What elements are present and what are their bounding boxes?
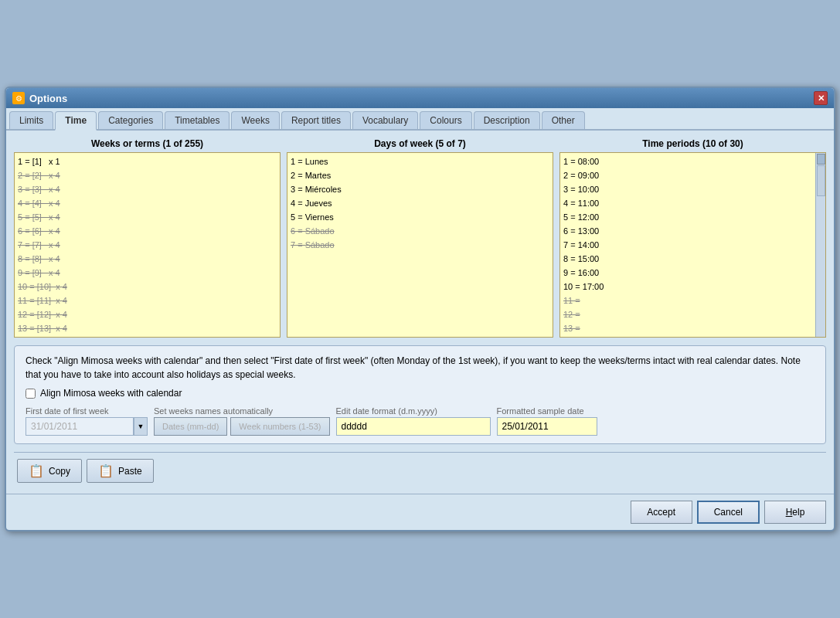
list-item: 6 = [6] x 4 [18, 224, 277, 238]
list-item: 13 = [13] x 4 [18, 321, 277, 335]
first-date-label: First date of first week [26, 406, 148, 416]
tab-limits[interactable]: Limits [9, 111, 53, 129]
tabs-bar: Limits Time Categories Timetables Weeks … [6, 108, 834, 131]
days-list[interactable]: 1 = Lunes 2 = Martes 3 = Miércoles 4 = J… [287, 152, 553, 338]
days-panel: Days of week (5 of 7) 1 = Lunes 2 = Mart… [287, 138, 553, 338]
sample-date-group: Formatted sample date [497, 406, 597, 436]
copy-paste-area: 📋 Copy 📋 Paste [17, 459, 823, 483]
sample-date-label: Formatted sample date [497, 406, 597, 416]
tab-description[interactable]: Description [474, 111, 540, 129]
weeks-panel: Weeks or terms (1 of 255) 1 = [1] x 1 2 … [14, 138, 281, 338]
list-item: 9 = 16:00 [563, 266, 814, 280]
cancel-button[interactable]: Cancel [697, 501, 760, 524]
list-item: 5 = [5] x 4 [18, 210, 277, 224]
weeks-list[interactable]: 1 = [1] x 1 2 = [2] x 4 3 = [3] x 4 4 = … [14, 152, 281, 338]
list-item: 4 = Jueves [291, 196, 549, 210]
list-item: 11 = [11] x 4 [18, 294, 277, 307]
list-item: 11 = [563, 294, 814, 307]
copy-button[interactable]: 📋 Copy [17, 459, 82, 483]
paste-button[interactable]: 📋 Paste [87, 459, 154, 483]
week-numbers-button[interactable]: Week numbers (1-53) [230, 417, 329, 436]
panels-row: Weeks or terms (1 of 255) 1 = [1] x 1 2 … [14, 138, 826, 338]
list-item: 13 = [563, 321, 814, 335]
list-item: 12 = [563, 307, 814, 321]
paste-label: Paste [118, 466, 142, 477]
close-button[interactable]: ✕ [814, 91, 828, 105]
edit-format-input[interactable] [336, 417, 491, 436]
app-icon: ⚙ [12, 92, 25, 104]
list-item: 1 = 08:00 [563, 154, 814, 168]
periods-panel: Time periods (10 of 30) 1 = 08:00 2 = 09… [559, 138, 826, 338]
tab-timetables[interactable]: Timetables [165, 111, 230, 129]
window-title: Options [29, 93, 67, 104]
list-item: 10 = [10] x 4 [18, 280, 277, 294]
help-label-rest: elp [792, 507, 804, 518]
edit-format-label: Edit date format (d.m.yyyy) [336, 406, 491, 416]
list-item: 12 = [12] x 4 [18, 307, 277, 321]
list-item: 3 = Miércoles [291, 182, 549, 196]
first-date-group: First date of first week ▼ [26, 406, 148, 436]
set-weeks-buttons: Dates (mm-dd) Week numbers (1-53) [154, 417, 330, 436]
first-date-input[interactable] [26, 417, 134, 436]
title-bar-left: ⚙ Options [12, 92, 67, 104]
dates-button[interactable]: Dates (mm-dd) [154, 417, 227, 436]
tab-time[interactable]: Time [55, 111, 97, 131]
periods-list[interactable]: 1 = 08:00 2 = 09:00 3 = 10:00 4 = 11:00 … [559, 152, 826, 338]
days-panel-title: Days of week (5 of 7) [287, 138, 553, 149]
list-item: 2 = [2] x 4 [18, 168, 277, 182]
list-item: 2 = 09:00 [563, 168, 814, 182]
paste-icon: 📋 [98, 464, 114, 478]
list-item: 9 = [9] x 4 [18, 266, 277, 280]
list-item: 6 = Sábado [291, 224, 549, 238]
align-checkbox-label: Align Mimosa weeks with calendar [40, 388, 182, 399]
list-item: 6 = 13:00 [563, 224, 814, 238]
tab-categories[interactable]: Categories [98, 111, 163, 129]
list-item: 1 = Lunes [291, 154, 549, 168]
set-weeks-group: Set weeks names automatically Dates (mm-… [154, 406, 330, 436]
sample-date-input [497, 417, 597, 436]
footer-buttons: 📋 Copy 📋 Paste [14, 452, 826, 486]
list-item: 3 = 10:00 [563, 182, 814, 196]
list-item: 5 = Viernes [291, 210, 549, 224]
first-date-dropdown[interactable]: ▼ [134, 417, 148, 436]
copy-icon: 📋 [29, 464, 44, 478]
periods-panel-title: Time periods (10 of 30) [559, 138, 826, 149]
align-checkbox-row: Align Mimosa weeks with calendar [26, 388, 814, 399]
copy-label: Copy [49, 466, 70, 477]
list-item: 8 = [8] x 4 [18, 252, 277, 266]
title-bar: ⚙ Options ✕ [6, 88, 834, 108]
main-content: Weeks or terms (1 of 255) 1 = [1] x 1 2 … [6, 131, 834, 494]
list-item: 5 = 12:00 [563, 210, 814, 224]
list-item: 1 = [1] x 1 [18, 154, 277, 168]
list-item: 2 = Martes [291, 168, 549, 182]
options-window: ⚙ Options ✕ Limits Time Categories Timet… [5, 87, 835, 531]
first-date-wrapper: ▼ [26, 417, 148, 436]
list-item: 4 = [4] x 4 [18, 196, 277, 210]
align-checkbox[interactable] [26, 389, 36, 399]
edit-format-group: Edit date format (d.m.yyyy) [336, 406, 491, 436]
tab-report-titles[interactable]: Report titles [281, 111, 351, 129]
list-item: 4 = 11:00 [563, 196, 814, 210]
list-item: 8 = 15:00 [563, 252, 814, 266]
info-box: Check "Align Mimosa weeks with calendar"… [14, 345, 826, 444]
info-text: Check "Align Mimosa weeks with calendar"… [26, 354, 814, 382]
list-item: 3 = [3] x 4 [18, 182, 277, 196]
bottom-buttons: Accept Cancel Help [6, 494, 834, 530]
tab-vocabulary[interactable]: Vocabulary [352, 111, 418, 129]
tab-weeks[interactable]: Weeks [231, 111, 279, 129]
help-button[interactable]: Help [764, 501, 826, 524]
list-item: 10 = 17:00 [563, 280, 814, 294]
form-row: First date of first week ▼ Set weeks nam… [26, 406, 814, 436]
tab-other[interactable]: Other [542, 111, 585, 129]
list-item: 7 = 14:00 [563, 238, 814, 252]
weeks-panel-title: Weeks or terms (1 of 255) [14, 138, 281, 149]
list-item: 7 = Sábado [291, 238, 549, 252]
accept-button[interactable]: Accept [631, 501, 692, 524]
tab-colours[interactable]: Colours [420, 111, 471, 129]
set-weeks-label: Set weeks names automatically [154, 406, 330, 416]
list-item: 7 = [7] x 4 [18, 238, 277, 252]
